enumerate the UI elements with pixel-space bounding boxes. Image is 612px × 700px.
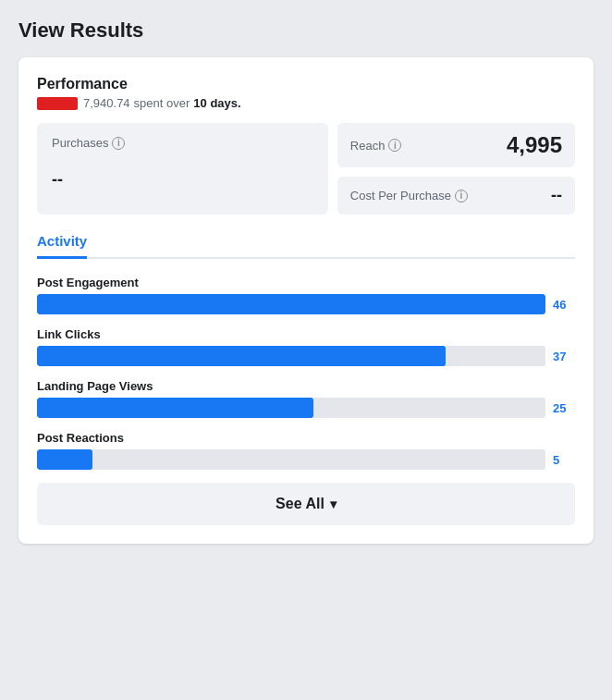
bar-label: Post Reactions <box>37 431 575 445</box>
amount-suffix: 7,940.74 <box>83 96 130 110</box>
bar-fill <box>37 398 313 418</box>
bar-track <box>37 398 545 418</box>
bar-item: Post Reactions 5 <box>37 431 575 470</box>
purchases-value: -- <box>52 170 313 190</box>
bar-row: 46 <box>37 294 575 314</box>
cost-per-purchase-value: -- <box>551 186 562 205</box>
page-title: View Results <box>18 18 594 43</box>
chevron-down-icon: ▾ <box>330 497 337 511</box>
bar-row: 25 <box>37 398 575 418</box>
bars-container: Post Engagement 46 Link Clicks 37 Landin… <box>37 276 575 470</box>
reach-value: 4,995 <box>507 132 562 158</box>
bar-label: Post Engagement <box>37 276 575 289</box>
cost-info-icon[interactable]: i <box>455 190 468 203</box>
right-metrics: Reach i 4,995 Cost Per Purchase i -- <box>337 123 575 215</box>
bar-fill <box>37 346 446 366</box>
see-all-label: See All <box>275 496 324 512</box>
purchases-box: Purchases i -- <box>37 123 328 215</box>
bar-row: 37 <box>37 346 575 366</box>
spent-line: 7,940.74 spent over 10 days. <box>37 96 575 110</box>
bar-count: 5 <box>553 453 575 467</box>
bar-count: 46 <box>553 298 575 312</box>
purchases-label: Purchases i <box>52 136 313 150</box>
metrics-row: Purchases i -- Reach i 4,995 <box>37 123 575 215</box>
bar-track <box>37 449 545 470</box>
see-all-button[interactable]: See All ▾ <box>37 483 575 525</box>
activity-tab-row: Activity <box>37 233 575 259</box>
bar-count: 37 <box>553 350 575 363</box>
bar-label: Landing Page Views <box>37 379 575 393</box>
bar-item: Landing Page Views 25 <box>37 379 575 418</box>
bar-fill <box>37 294 545 314</box>
results-card: Performance 7,940.74 spent over 10 days.… <box>18 57 594 544</box>
bar-count: 25 <box>553 401 575 415</box>
bar-label: Link Clicks <box>37 327 575 341</box>
reach-box: Reach i 4,995 <box>337 123 575 167</box>
activity-tab[interactable]: Activity <box>37 233 87 259</box>
bar-track <box>37 346 545 366</box>
reach-info-icon[interactable]: i <box>388 139 401 152</box>
bar-fill <box>37 449 92 470</box>
days-value: 10 days. <box>193 96 240 110</box>
redacted-amount <box>37 97 78 110</box>
bar-item: Post Engagement 46 <box>37 276 575 314</box>
cost-per-purchase-box: Cost Per Purchase i -- <box>337 177 575 215</box>
bar-track <box>37 294 545 314</box>
cost-per-purchase-label: Cost Per Purchase i <box>350 189 468 203</box>
performance-title: Performance <box>37 76 575 92</box>
bar-item: Link Clicks 37 <box>37 327 575 366</box>
spent-text: spent over <box>134 96 190 110</box>
bar-row: 5 <box>37 449 575 470</box>
purchases-info-icon[interactable]: i <box>112 137 125 150</box>
reach-label: Reach i <box>350 139 402 153</box>
